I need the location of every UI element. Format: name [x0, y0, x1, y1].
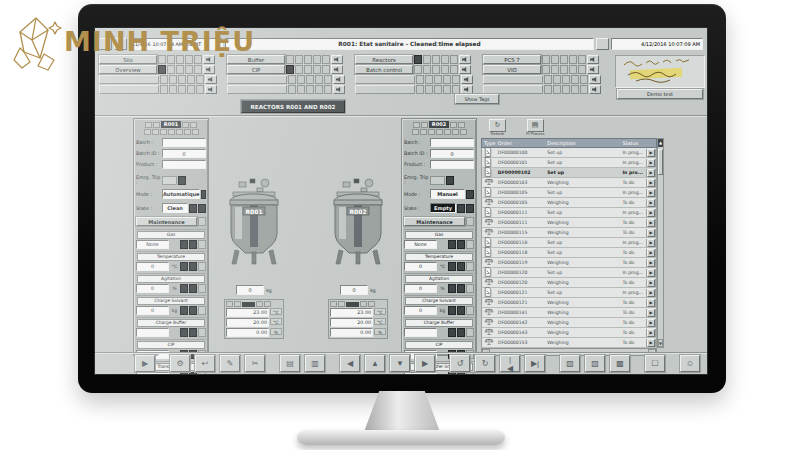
- mode-toggle[interactable]: [466, 190, 474, 199]
- section-toggle[interactable]: [457, 328, 465, 337]
- batch-id-field[interactable]: 0: [162, 149, 206, 158]
- section-value-field[interactable]: None: [404, 240, 437, 249]
- order-open-button[interactable]: ▶: [647, 329, 655, 337]
- alarm-horn-button[interactable]: [333, 75, 345, 84]
- order-open-button[interactable]: ▶: [647, 149, 655, 157]
- order-row[interactable]: DF00000153WeighingTo do▶: [481, 338, 657, 348]
- order-open-button[interactable]: ▶: [647, 309, 655, 317]
- order-row[interactable]: DF00000142WeighingTo do▶: [481, 318, 657, 328]
- user-button[interactable]: ☺: [680, 355, 700, 372]
- section-toggle[interactable]: [189, 284, 197, 293]
- nav-down-button[interactable]: ▼: [390, 355, 410, 372]
- order-row[interactable]: DF00000100Set upIn prog...▶: [481, 148, 657, 158]
- order-row[interactable]: DF00000115WeighingTo do▶: [481, 228, 657, 238]
- order-row[interactable]: DF00000120Set upIn prog...▶: [481, 268, 657, 278]
- nav-pcs-7-button[interactable]: PCS 7: [483, 55, 541, 64]
- section-toggle[interactable]: [189, 372, 197, 374]
- section-toggle[interactable]: [448, 306, 456, 315]
- order-row[interactable]: DF00000121WeighingTo do▶: [481, 298, 657, 308]
- order-open-button[interactable]: ▶: [647, 259, 655, 267]
- section-value-field[interactable]: 0: [136, 262, 169, 271]
- demo-button[interactable]: Demo test: [617, 89, 703, 99]
- section-toggle[interactable]: [457, 284, 465, 293]
- order-open-button[interactable]: ▶: [647, 199, 655, 207]
- section-value-field[interactable]: 0: [404, 284, 437, 293]
- report-add-button[interactable]: ▥: [305, 355, 325, 372]
- section-toggle[interactable]: [189, 328, 197, 337]
- orders-vscrollbar[interactable]: ▲ ▼: [657, 138, 664, 348]
- display-button[interactable]: ☐: [645, 355, 665, 372]
- batch-id-field[interactable]: 0: [430, 149, 474, 158]
- section-value-field[interactable]: 0: [136, 306, 169, 315]
- temp-setpoint-field[interactable]: 20.00: [330, 318, 373, 327]
- nav-right-button[interactable]: ▶: [415, 355, 435, 372]
- nav-overview-button[interactable]: Overview: [99, 65, 157, 74]
- alarm-horn-button[interactable]: [587, 55, 599, 64]
- order-row[interactable]: DF00000116Set upIn prog...▶: [481, 238, 657, 248]
- product-field[interactable]: [430, 160, 474, 169]
- order-open-button[interactable]: ▶: [647, 289, 655, 297]
- vscroll-thumb[interactable]: [658, 149, 663, 175]
- mode-select[interactable]: Automatique: [162, 189, 200, 199]
- section-toggle[interactable]: [448, 328, 456, 337]
- alarm-horn-button[interactable]: [333, 85, 345, 94]
- order-open-button[interactable]: ▶: [647, 169, 655, 177]
- order-row[interactable]: DF00000120WeighingTo do▶: [481, 278, 657, 288]
- section-toggle[interactable]: [180, 240, 188, 249]
- section-toggle[interactable]: [189, 306, 197, 315]
- key-button[interactable]: ⚙: [170, 355, 190, 372]
- section-toggle[interactable]: [180, 306, 188, 315]
- last-button[interactable]: ▶|: [525, 355, 545, 372]
- state-select[interactable]: Empty: [430, 203, 456, 213]
- emrg-trip-toggle[interactable]: [446, 176, 454, 185]
- order-row[interactable]: DF00000143WeighingTo do▶: [481, 328, 657, 338]
- alarm-horn-button[interactable]: [461, 75, 473, 84]
- edit-page-button[interactable]: ✎: [220, 355, 240, 372]
- order-row[interactable]: DF00000105Set upIn prog...▶: [481, 188, 657, 198]
- pi-process-button[interactable]: ▤ PI Process: [520, 118, 550, 137]
- order-open-button[interactable]: ▶: [647, 179, 655, 187]
- order-row[interactable]: DF00000111Set upIn prog...▶: [481, 208, 657, 218]
- redo-button[interactable]: ↻: [475, 355, 495, 372]
- alarm-horn-button[interactable]: [205, 75, 217, 84]
- section-toggle[interactable]: [448, 372, 456, 374]
- section-value-field[interactable]: None: [136, 240, 169, 249]
- nav-vio-button[interactable]: VIO: [483, 65, 541, 74]
- state-toggle-1[interactable]: [457, 204, 465, 213]
- alarm-horn-button[interactable]: [331, 65, 343, 74]
- state-toggle-2[interactable]: [466, 204, 474, 213]
- order-open-button[interactable]: ▶: [647, 209, 655, 217]
- order-open-button[interactable]: ▶: [647, 219, 655, 227]
- alarm-horn-button[interactable]: [587, 65, 599, 74]
- nav-up-button[interactable]: ▲: [365, 355, 385, 372]
- alarm-horn-button[interactable]: [459, 65, 471, 74]
- order-row[interactable]: DF00000111WeighingTo do▶: [481, 218, 657, 228]
- order-open-button[interactable]: ▶: [647, 229, 655, 237]
- mode-toggle[interactable]: [201, 190, 206, 199]
- section-value-field[interactable]: 0: [136, 284, 169, 293]
- start-button[interactable]: ▶: [135, 355, 155, 372]
- nav-reactors-button[interactable]: Reactors: [355, 55, 413, 64]
- section-value-field[interactable]: 0: [404, 262, 437, 271]
- undo-button[interactable]: ↺: [450, 355, 470, 372]
- weight-field[interactable]: 0: [340, 285, 368, 295]
- section-toggle[interactable]: [448, 262, 456, 271]
- section-value-field[interactable]: 0: [404, 306, 437, 315]
- order-row[interactable]: DF00000105WeighingTo do▶: [481, 198, 657, 208]
- alarm-extend-button[interactable]: [596, 38, 609, 50]
- alarm-horn-button[interactable]: [203, 65, 215, 74]
- order-row[interactable]: DF00000103WeighingTo do▶: [481, 178, 657, 188]
- refresh-button[interactable]: ↻ Refresh: [483, 118, 512, 137]
- nav-cip-button[interactable]: CIP: [227, 65, 285, 74]
- section-toggle[interactable]: [457, 240, 465, 249]
- state-select[interactable]: Clean: [162, 203, 188, 213]
- maintenance-button[interactable]: Maintenance: [404, 217, 465, 226]
- order-open-button[interactable]: ▶: [647, 299, 655, 307]
- section-toggle[interactable]: [180, 328, 188, 337]
- batch-field[interactable]: [162, 138, 206, 147]
- save-page-button[interactable]: ▨: [585, 355, 605, 372]
- order-open-button[interactable]: ▶: [647, 159, 655, 167]
- section-toggle[interactable]: [448, 284, 456, 293]
- order-row[interactable]: DF00000141WeighingTo do▶: [481, 308, 657, 318]
- alarm-horn-button[interactable]: [205, 85, 217, 94]
